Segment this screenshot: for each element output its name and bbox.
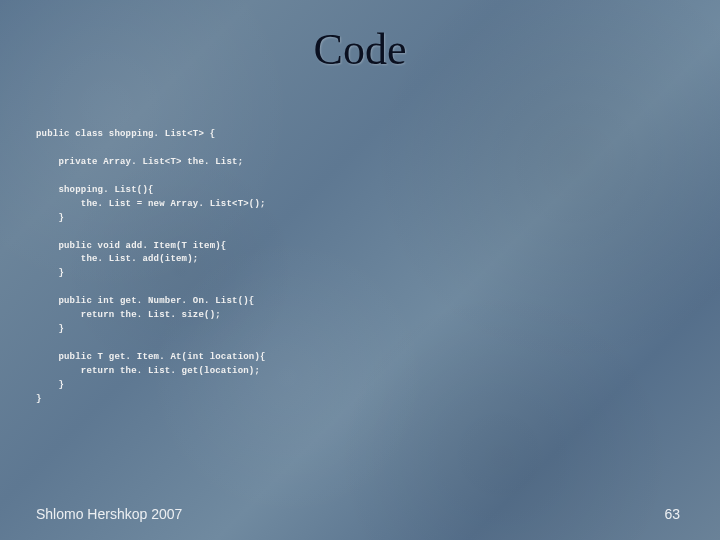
footer-author: Shlomo Hershkop 2007 (36, 506, 182, 522)
code-block: public class shopping. List<T> { private… (36, 128, 266, 407)
page-number: 63 (664, 506, 680, 522)
slide-title: Code (0, 24, 720, 75)
